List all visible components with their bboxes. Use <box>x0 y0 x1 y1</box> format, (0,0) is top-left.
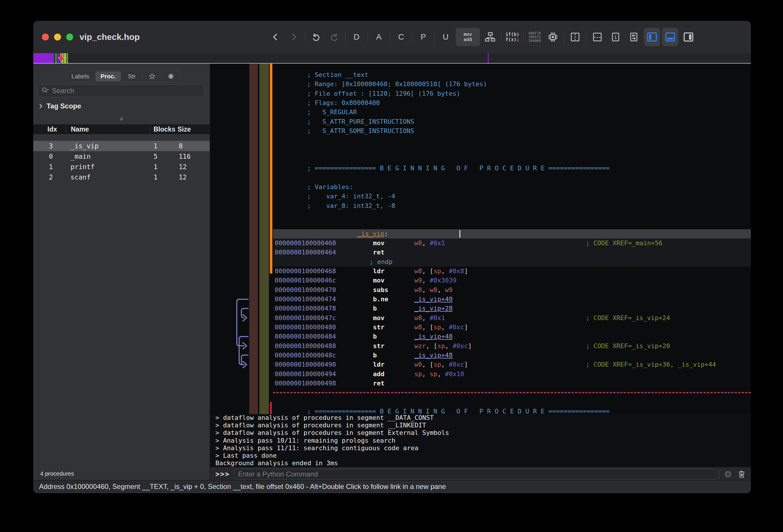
table-row[interactable]: 2scanf112 <box>33 172 210 182</box>
asm-row[interactable]: 0000000100000478b_is_vip+28 <box>273 304 751 313</box>
forward-button[interactable] <box>286 28 302 46</box>
asm-xref-comment: ; CODE XREF=_is_vip+36, _is_vip+44 <box>586 360 716 369</box>
toolbar: D A C P U movadd if(b)f(x); 486F70706572… <box>268 21 745 53</box>
close-button[interactable] <box>42 34 49 40</box>
toggle-right-panel-button[interactable] <box>680 28 696 46</box>
asm-comment-row[interactable]: ; var_8: int32_t, -8 <box>273 201 751 211</box>
column-header-idx[interactable]: Idx <box>48 124 57 134</box>
table-row[interactable]: 1printf112 <box>33 162 210 172</box>
asm-comment: ; ================ B E G I N N I N G O F… <box>307 407 609 414</box>
asm-procedure-separator[interactable] <box>273 388 751 397</box>
asm-label-row[interactable]: _is_vip: <box>273 229 751 239</box>
asm-row[interactable]: 0000000100000468ldrw8, [sp, #0x8] <box>273 267 751 276</box>
toggle-bottom-panel-button[interactable] <box>662 28 678 46</box>
asm-row[interactable]: 0000000100000498ret <box>273 379 751 388</box>
tab-strings[interactable]: Str <box>121 71 142 82</box>
trash-icon[interactable] <box>737 470 746 479</box>
cpu-button[interactable] <box>545 28 561 46</box>
column-separator[interactable] <box>65 126 66 132</box>
redo-icon <box>329 32 340 42</box>
tab-labels[interactable]: Labels <box>66 71 95 82</box>
sidebar: Labels Proc. Str Tag Scope <box>33 64 210 480</box>
undo-icon <box>311 32 321 42</box>
tab-labels-text: Labels <box>71 73 89 80</box>
tab-procedures[interactable]: Proc. <box>95 71 121 81</box>
asm-blank-row <box>273 145 751 154</box>
undo-button[interactable] <box>308 28 324 46</box>
column-header-name[interactable]: Name <box>71 124 89 134</box>
asm-comment-row[interactable]: ; ================ B E G I N N I N G O F… <box>273 164 751 173</box>
asm-row[interactable]: 0000000100000484b_is_vip+48 <box>273 332 751 341</box>
cfg-view-button[interactable] <box>482 28 498 46</box>
asm-comment-row[interactable]: ; Range: [0x100000460; 0x100000510[ (176… <box>273 80 751 89</box>
hex-view-button[interactable]: 486F70706572204469 <box>527 28 543 46</box>
asm-comment-row[interactable]: ; ================ B E G I N N I N G O F… <box>273 407 751 414</box>
console-output[interactable]: > dataflow analysis of procedures in seg… <box>210 414 751 467</box>
clear-field-icon[interactable] <box>724 470 732 478</box>
console-line: > Analysis pass 10/11: remaining prologs… <box>210 437 751 444</box>
split-horizontal-button[interactable] <box>589 28 605 46</box>
table-row[interactable]: 0_main5116 <box>33 151 210 162</box>
column-header-size[interactable]: Size <box>178 124 191 134</box>
tab-tags[interactable] <box>162 71 180 82</box>
asm-mnemonic: mov <box>373 276 384 285</box>
search-input[interactable] <box>50 87 205 95</box>
search-field[interactable] <box>37 85 205 97</box>
cell-blocks: 1 <box>154 162 158 172</box>
hex-label-3: 204469 <box>528 39 541 43</box>
asm-row[interactable]: 0000000100000488strwzr, [sp, #0xc]; CODE… <box>273 341 751 351</box>
procedure-button[interactable]: P <box>415 28 431 46</box>
asm-comment-row[interactable]: ; Flags: 0x80000400 <box>273 98 751 107</box>
asm-comment-row[interactable]: ; Section __text <box>273 70 751 80</box>
flowchart-icon <box>484 31 496 43</box>
asm-comment-row[interactable]: ; var_4: int32_t, -4 <box>273 192 751 201</box>
address-navigator[interactable] <box>33 53 751 64</box>
asm-comment-row[interactable]: ; S_ATTR_SOME_INSTRUCTIONS <box>273 126 751 135</box>
asm-comment-row[interactable]: ; File offset : [1120; 1296[ (176 bytes) <box>273 89 751 98</box>
cell-name: scanf <box>70 172 91 182</box>
asm-comment-row[interactable]: ; S_ATTR_PURE_INSTRUCTIONS <box>273 117 751 126</box>
asm-blank-row <box>273 397 751 407</box>
asm-row[interactable]: 0000000100000470subsw8, w8, w9 <box>273 285 751 294</box>
asm-row[interactable]: 0000000100000460movw0, #0x1; CODE XREF=_… <box>273 239 751 248</box>
asm-comment-row[interactable]: ; S_REGULAR <box>273 107 751 117</box>
minimize-button[interactable] <box>54 34 61 40</box>
column-header-blocks[interactable]: Blocks <box>154 124 175 134</box>
swap-panes-button[interactable] <box>626 28 642 46</box>
pseudocode-label-2: f(x); <box>505 37 519 42</box>
python-prompt: >>> <box>210 470 229 478</box>
assembly-view-button[interactable]: movadd <box>456 28 480 46</box>
data-button[interactable]: D <box>348 28 365 46</box>
back-button[interactable] <box>268 28 284 46</box>
asm-comment: ; ================ B E G I N N I N G O F… <box>307 164 609 173</box>
tab-bookmarks[interactable] <box>143 71 162 82</box>
asm-comment-row[interactable]: ; Variables: <box>273 182 751 192</box>
asm-row[interactable]: 0000000100000474b.ne_is_vip+40 <box>273 294 751 304</box>
single-pane-button[interactable]: 1 <box>607 28 624 46</box>
redo-button[interactable] <box>326 28 342 46</box>
asm-row[interactable]: 0000000100000480strw8, [sp, #0xc] <box>273 323 751 332</box>
code-button[interactable]: C <box>393 28 409 46</box>
pseudocode-button[interactable]: if(b)f(x); <box>504 28 521 46</box>
toggle-left-panel-button[interactable] <box>644 28 660 46</box>
undefine-button[interactable]: U <box>437 28 454 46</box>
asm-row[interactable]: 0000000100000464ret <box>273 248 751 257</box>
asm-row[interactable]: 000000010000047cmovw8, #0x1; CODE XREF=_… <box>273 313 751 323</box>
asm-comment-row[interactable]: ; endp <box>273 257 751 267</box>
tag-scope-toggle[interactable]: Tag Scope <box>38 102 81 110</box>
column-separator[interactable] <box>174 126 174 132</box>
column-separator[interactable] <box>150 126 150 132</box>
python-command-input[interactable] <box>234 469 719 479</box>
table-row[interactable]: 3_is_vip18 <box>33 141 210 151</box>
asm-row[interactable]: 000000010000048cb_is_vip+48 <box>273 351 751 360</box>
split-vertical-button[interactable] <box>567 28 583 46</box>
ascii-button-label: A <box>376 32 382 42</box>
disassembly-pane[interactable]: ; Section __text; Range: [0x100000460; 0… <box>210 64 751 414</box>
ascii-button[interactable]: A <box>371 28 387 46</box>
procedure-label[interactable]: _is_vip: <box>357 229 388 239</box>
asm-row[interactable]: 0000000100000494addsp, sp, #0x10 <box>273 370 751 379</box>
asm-row[interactable]: 0000000100000490ldrw0, [sp, #0xc]; CODE … <box>273 360 751 369</box>
asm-row[interactable]: 000000010000046cmovw9, #0x3039 <box>273 276 751 285</box>
label-colon: : <box>384 230 388 238</box>
drag-handle[interactable] <box>120 117 123 121</box>
